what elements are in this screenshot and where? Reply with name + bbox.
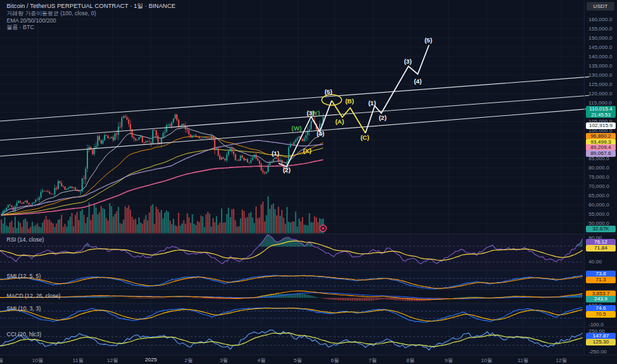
wave-label: (W) — [291, 124, 301, 132]
chart-canvas[interactable]: (1)(2)(3)(4)(5)(1)(2)(3)(4)(5)(A)(B)(C)(… — [0, 0, 617, 364]
wave-label: (Y) — [312, 109, 320, 116]
time-axis[interactable]: 월10월11월12월20252월3월4월5월6월7월8월9월10월11월12월 — [0, 355, 617, 364]
price-tick: 150,000.0 — [589, 35, 612, 41]
time-tick: 2025 — [145, 357, 157, 363]
symbol-legend: Bitcoin / TetherUS PERPETUAL CONTRACT · … — [7, 3, 175, 31]
time-tick: 6월 — [331, 357, 339, 364]
time-tick: 2월 — [185, 357, 193, 364]
price-tick: 155,000.0 — [589, 26, 612, 32]
wave-label: (4) — [316, 130, 324, 137]
vwma-price-tag: 89,067.6 — [586, 150, 616, 157]
cci-pane-legend[interactable]: CCI (20, hlc3) — [7, 331, 41, 338]
elliott-wave-drawing[interactable]: (1)(2)(3)(4)(5)(1)(2)(3)(4)(5)(A)(B)(C)(… — [271, 36, 432, 173]
price-tick: 80,000.0 — [589, 165, 609, 171]
wave-label: (1) — [271, 150, 279, 157]
price-axis[interactable]: 160,000.0155,000.0150,000.0145,000.0140,… — [584, 0, 617, 355]
wave-label: (C) — [360, 134, 369, 141]
legend-volume[interactable]: 볼륨 · BTC — [7, 24, 175, 31]
wave-label: (2) — [283, 166, 291, 173]
trading-chart-app: (1)(2)(3)(4)(5)(1)(2)(3)(4)(5)(A)(B)(C)(… — [0, 0, 617, 364]
time-tick: 8월 — [406, 357, 414, 364]
macd-plot — [0, 291, 583, 301]
macd-pane-legend[interactable]: MACD (12, 26, close) — [7, 293, 60, 299]
price-tick: 55,000.0 — [589, 211, 609, 217]
price-tick: 115,000.0 — [589, 100, 612, 106]
wave-label: (B) — [345, 97, 354, 105]
time-tick: 4월 — [258, 357, 265, 364]
price-tick: 125,000.0 — [589, 81, 612, 87]
smi2-value-tag: 70.5 — [586, 311, 616, 318]
wave-label: (1) — [368, 99, 376, 107]
smi1-value-tag: 71.3 — [586, 277, 616, 283]
price-tick: 70,000.0 — [589, 183, 609, 189]
wave-label: (5) — [424, 36, 432, 44]
time-tick: 월 — [0, 357, 3, 364]
time-tick: 11월 — [73, 357, 83, 364]
time-tick: 9월 — [445, 357, 453, 364]
trend-channel-lines[interactable] — [0, 77, 589, 156]
time-tick: 3월 — [220, 357, 228, 364]
candlesticks — [1, 113, 324, 216]
legend-vwma[interactable]: 거래량 가중이동평균 (100, close, 0) — [7, 10, 175, 17]
event-marker-icon[interactable] — [320, 225, 326, 232]
time-tick: 10월 — [32, 357, 44, 364]
time-tick: 10월 — [481, 357, 493, 364]
macd-value-tag: 243.9 — [586, 296, 616, 302]
legend-ema[interactable]: EMA 20/50/100/200 — [7, 17, 175, 24]
wave-label: (4) — [414, 77, 422, 85]
time-tick: 7월 — [369, 357, 377, 364]
price-tick: 145,000.0 — [589, 44, 612, 50]
volume-value-tag: 32.67K — [586, 226, 616, 232]
price-tick: 140,000.0 — [589, 54, 612, 60]
price-tick: 160,000.0 — [589, 17, 612, 23]
moving-average-lines — [1, 128, 323, 215]
current-price-tag: 110,015.421:45:53 — [586, 106, 616, 118]
smi1-pane-legend[interactable]: SMI (12, 5, 5) — [7, 273, 41, 279]
time-tick: 12월 — [107, 357, 119, 364]
currency-unit-button[interactable]: USDT — [587, 2, 614, 11]
cci-value-tag: 125.30 — [586, 339, 616, 345]
symbol-title[interactable]: Bitcoin / TetherUS PERPETUAL CONTRACT · … — [7, 3, 175, 10]
price-tick: 135,000.0 — [589, 63, 612, 69]
smi2-pane-legend[interactable]: SMI (10, 3, 3) — [7, 305, 41, 312]
time-tick: 5월 — [294, 357, 302, 364]
wave-label: (5) — [324, 88, 332, 95]
grid-lines — [0, 0, 584, 355]
wave-label: (A) — [335, 118, 344, 125]
price-tick: 60,000.0 — [589, 202, 609, 208]
time-tick: 11월 — [518, 357, 528, 364]
indicator-tick: 40.00 — [589, 259, 602, 265]
time-tick: 12월 — [556, 357, 567, 364]
rsi-value-tag: 71.84 — [586, 245, 616, 251]
wave-label: (2) — [379, 114, 387, 121]
ema20-price-tag: 102,915.9 — [586, 122, 616, 129]
indicator-tick: -250.00 — [589, 349, 606, 355]
wave-label: (3) — [404, 58, 412, 65]
indicator-tick: -100.0 — [589, 322, 604, 328]
price-tick: 120,000.0 — [589, 91, 612, 97]
price-tick: 130,000.0 — [589, 72, 612, 78]
price-tick: 65,000.0 — [589, 193, 609, 199]
rsi-pane-legend[interactable]: RSI (14, close) — [7, 236, 44, 243]
price-tick: 75,000.0 — [589, 174, 609, 180]
wave-label: (X) — [303, 147, 312, 154]
